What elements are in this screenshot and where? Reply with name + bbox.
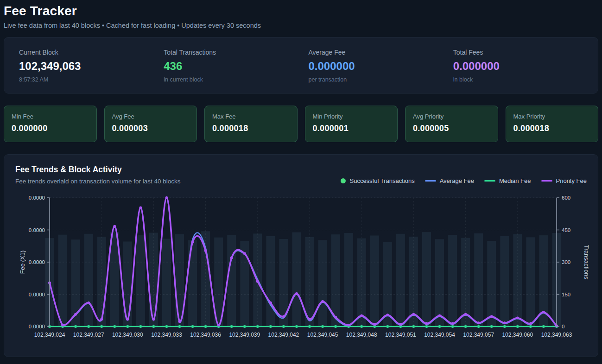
stat-current-block: Current Block 102,349,063 8:57:32 AM <box>12 49 156 83</box>
svg-text:0.0000: 0.0000 <box>29 227 45 233</box>
legend-item-median-fee[interactable]: Median Fee <box>484 177 531 184</box>
legend-line-icon <box>541 180 552 182</box>
stat-sub: 8:57:32 AM <box>19 76 156 83</box>
svg-text:102,349,033: 102,349,033 <box>151 332 182 338</box>
fee-card-label: Min Priority <box>313 113 390 120</box>
stats-summary-card: Current Block 102,349,063 8:57:32 AM Tot… <box>4 37 598 94</box>
fee-chart-svg[interactable]: 0.00000.00000.00000.00000.0000Fee (X1)60… <box>15 191 591 346</box>
svg-text:102,349,048: 102,349,048 <box>346 332 377 338</box>
svg-text:600: 600 <box>562 195 570 201</box>
fee-card-value: 0.000003 <box>112 124 190 133</box>
legend-label: Successful Transactions <box>349 177 414 184</box>
chart-legend: Successful Transactions Average Fee Medi… <box>341 177 587 185</box>
fee-card-value: 0.000018 <box>513 124 591 133</box>
stat-value: 102,349,063 <box>19 60 156 73</box>
fee-card-max-priority: Max Priority 0.000018 <box>506 106 599 142</box>
fee-card-label: Max Fee <box>212 113 290 120</box>
fee-card-avg-fee: Avg Fee 0.000003 <box>104 106 197 142</box>
legend-item-priority-fee[interactable]: Priority Fee <box>541 177 587 184</box>
fee-card-min-fee: Min Fee 0.000000 <box>4 106 97 142</box>
svg-text:102,349,024: 102,349,024 <box>34 332 65 338</box>
svg-text:Fee (X1): Fee (X1) <box>19 251 26 274</box>
fee-card-label: Avg Fee <box>112 113 190 120</box>
stat-total-fees: Total Fees 0.000000 in block <box>446 49 590 83</box>
svg-text:450: 450 <box>562 227 570 233</box>
legend-line-icon <box>484 180 495 182</box>
legend-line-icon <box>425 180 436 182</box>
svg-text:102,349,039: 102,349,039 <box>229 332 260 338</box>
page-title: Fee Tracker <box>4 4 598 19</box>
stat-sub: in block <box>453 76 590 83</box>
svg-text:0.0000: 0.0000 <box>29 324 45 329</box>
svg-text:102,349,057: 102,349,057 <box>463 332 494 338</box>
chart-area: 0.00000.00000.00000.00000.0000Fee (X1)60… <box>15 191 587 348</box>
chart-header: Fee Trends & Block Activity Fee trends o… <box>15 165 587 185</box>
stat-average-fee: Average Fee 0.000000 per transaction <box>301 49 446 83</box>
stat-label: Total Fees <box>453 49 590 56</box>
legend-item-average-fee[interactable]: Average Fee <box>425 177 474 184</box>
fee-trends-chart-card: Fee Trends & Block Activity Fee trends o… <box>4 154 598 357</box>
fee-card-label: Avg Priority <box>413 113 490 120</box>
fee-card-label: Max Priority <box>513 113 591 120</box>
fee-card-value: 0.000018 <box>212 124 290 133</box>
fee-card-value: 0.000001 <box>313 124 390 133</box>
fee-card-max-fee: Max Fee 0.000018 <box>204 106 298 142</box>
legend-dot-icon <box>341 178 346 183</box>
fee-card-value: 0.000000 <box>12 124 89 133</box>
stat-value: 0.000000 <box>309 60 446 73</box>
svg-text:0: 0 <box>562 324 564 329</box>
svg-text:102,349,027: 102,349,027 <box>73 332 104 338</box>
svg-text:Transactions: Transactions <box>583 245 590 279</box>
svg-text:102,349,036: 102,349,036 <box>190 332 221 338</box>
svg-text:102,349,051: 102,349,051 <box>385 332 416 338</box>
chart-subtitle: Fee trends overlaid on transaction volum… <box>15 178 180 185</box>
svg-text:102,349,042: 102,349,042 <box>268 332 299 338</box>
svg-text:0.0000: 0.0000 <box>29 195 45 201</box>
svg-text:0.0000: 0.0000 <box>29 292 45 297</box>
legend-label: Priority Fee <box>556 177 587 184</box>
svg-text:150: 150 <box>562 292 570 297</box>
fee-card-value: 0.000005 <box>413 124 490 133</box>
svg-text:102,349,063: 102,349,063 <box>541 332 572 338</box>
stat-label: Average Fee <box>309 49 446 56</box>
svg-text:102,349,060: 102,349,060 <box>502 332 533 338</box>
svg-text:102,349,045: 102,349,045 <box>307 332 338 338</box>
fee-card-label: Min Fee <box>12 113 89 120</box>
chart-title: Fee Trends & Block Activity <box>15 165 180 175</box>
stat-value: 0.000000 <box>453 60 590 73</box>
svg-text:102,349,054: 102,349,054 <box>424 332 455 338</box>
page-subtitle: Live fee data from last 40 blocks • Cach… <box>4 22 598 29</box>
fee-card-avg-priority: Avg Priority 0.000005 <box>405 106 498 142</box>
stat-sub: in current block <box>164 76 301 83</box>
legend-item-successful-transactions[interactable]: Successful Transactions <box>341 177 414 184</box>
stat-sub: per transaction <box>309 76 446 83</box>
stat-label: Total Transactions <box>164 49 301 56</box>
stat-label: Current Block <box>19 49 156 56</box>
fee-card-min-priority: Min Priority 0.000001 <box>305 106 398 142</box>
stat-total-transactions: Total Transactions 436 in current block <box>156 49 301 83</box>
chart-title-block: Fee Trends & Block Activity Fee trends o… <box>15 165 180 185</box>
legend-label: Median Fee <box>499 177 531 184</box>
svg-text:300: 300 <box>562 259 570 265</box>
svg-text:0.0000: 0.0000 <box>29 259 45 265</box>
svg-text:102,349,030: 102,349,030 <box>112 332 143 338</box>
stat-value: 436 <box>164 60 301 73</box>
legend-label: Average Fee <box>440 177 474 184</box>
fee-cards-row: Min Fee 0.000000 Avg Fee 0.000003 Max Fe… <box>4 106 598 142</box>
